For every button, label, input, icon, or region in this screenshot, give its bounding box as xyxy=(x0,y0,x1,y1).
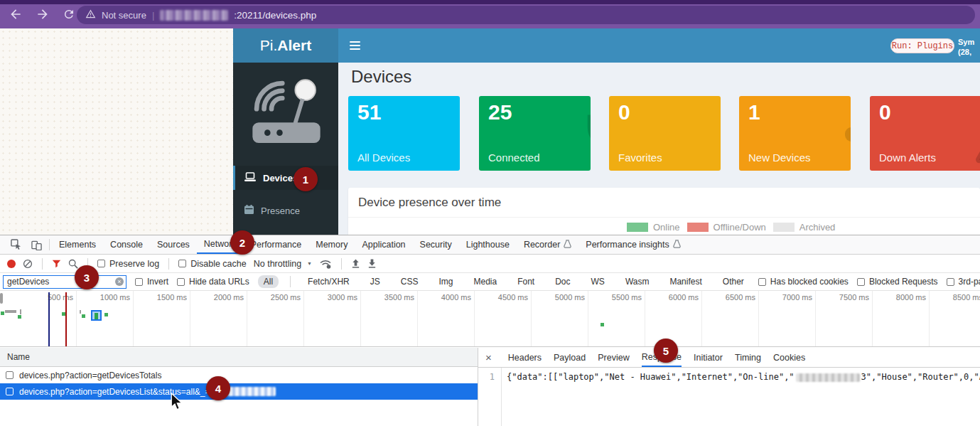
request-row-get-devices-totals[interactable]: devices.php?action=getDevicesTotals xyxy=(0,367,478,383)
checkbox[interactable] xyxy=(6,388,14,395)
tab-cookies[interactable]: Cookies xyxy=(773,348,805,367)
screenshot-root: Not secure | :20211/devices.php Pi.Alert… xyxy=(0,0,980,426)
filter-input[interactable] xyxy=(3,275,126,289)
checkbox[interactable] xyxy=(758,278,766,286)
network-overview-timeline[interactable]: 500 ms 1000 ms 1500 ms 2000 ms 2500 ms 3… xyxy=(0,291,980,347)
card-connected[interactable]: 25 Connected xyxy=(479,96,591,171)
chip-manifest[interactable]: Manifest xyxy=(664,275,707,288)
search-icon[interactable] xyxy=(68,259,78,269)
checkbox[interactable] xyxy=(6,371,14,379)
card-new-devices[interactable]: 1 New Devices xyxy=(739,96,851,171)
divider xyxy=(290,276,291,287)
filter-funnel-icon[interactable] xyxy=(52,259,61,268)
not-secure-label[interactable]: Not secure xyxy=(102,10,146,21)
checkbox[interactable] xyxy=(177,278,185,286)
checkbox[interactable] xyxy=(178,260,186,267)
request-row-get-devices-list[interactable]: devices.php?action=getDevicesList&status… xyxy=(0,383,478,400)
tab-preview[interactable]: Preview xyxy=(598,348,629,367)
chip-media[interactable]: Media xyxy=(468,275,502,288)
hide-data-urls-checkbox[interactable]: Hide data URLs xyxy=(177,277,249,287)
divider xyxy=(49,239,50,250)
request-dot xyxy=(82,314,85,318)
close-icon[interactable]: × xyxy=(485,348,496,367)
request-dot xyxy=(62,312,65,316)
card-value: 25 xyxy=(488,100,591,124)
divider xyxy=(42,258,43,270)
card-value: 0 xyxy=(879,100,980,124)
back-icon[interactable] xyxy=(9,7,23,24)
run-plugins-button[interactable]: Run: Plugins xyxy=(890,38,954,53)
chip-img[interactable]: Img xyxy=(433,275,458,288)
sidebar-item-devices[interactable]: Devices xyxy=(233,166,338,190)
forward-icon[interactable] xyxy=(36,7,50,24)
chip-js[interactable]: JS xyxy=(365,275,386,288)
tab-timing[interactable]: Timing xyxy=(735,348,761,367)
tab-lighthouse[interactable]: Lighthouse xyxy=(459,235,517,254)
tab-memory[interactable]: Memory xyxy=(308,235,355,254)
card-all-devices[interactable]: 51 All Devices xyxy=(348,96,460,171)
export-har-icon[interactable] xyxy=(367,258,377,269)
preserve-log-checkbox[interactable]: Preserve log xyxy=(97,259,159,269)
timeline-tick: 8000 ms xyxy=(873,291,930,346)
chip-ws[interactable]: WS xyxy=(586,275,610,288)
chip-doc[interactable]: Doc xyxy=(549,275,576,288)
chip-font[interactable]: Font xyxy=(512,275,540,288)
reload-icon[interactable] xyxy=(63,8,75,23)
invert-checkbox[interactable]: Invert xyxy=(135,277,168,287)
tab-payload[interactable]: Payload xyxy=(554,348,586,367)
inspect-element-icon[interactable] xyxy=(6,235,26,254)
sidebar-item-presence[interactable]: Presence xyxy=(233,198,338,223)
card-value: 1 xyxy=(748,100,851,124)
pialert-logo[interactable]: Pi.Alert xyxy=(233,28,338,63)
tab-recorder[interactable]: Recorder xyxy=(517,235,578,254)
checkbox[interactable] xyxy=(97,260,105,267)
third-party-requests-checkbox[interactable]: 3rd-party requests xyxy=(947,277,980,287)
checkbox[interactable] xyxy=(947,278,954,286)
checkbox[interactable] xyxy=(135,278,143,286)
network-toolbar: Preserve log Disable cache No throttling… xyxy=(0,255,980,273)
tab-headers[interactable]: Headers xyxy=(508,348,542,367)
timeline-tick: 5000 ms xyxy=(532,291,588,346)
chip-css[interactable]: CSS xyxy=(395,275,424,288)
timeline-tick: 4500 ms xyxy=(475,291,532,346)
url-port-path[interactable]: :20211/devices.php xyxy=(234,10,316,21)
divider xyxy=(168,258,169,270)
chip-all[interactable]: All xyxy=(258,275,279,288)
network-conditions-icon[interactable] xyxy=(319,258,332,269)
tab-console[interactable]: Console xyxy=(103,235,150,254)
chip-wasm[interactable]: Wasm xyxy=(620,275,655,288)
checkbox[interactable] xyxy=(857,278,865,286)
card-favorites[interactable]: 0 Favorites xyxy=(609,96,721,171)
has-blocked-cookies-checkbox[interactable]: Has blocked cookies xyxy=(758,277,849,287)
router-wifi-illustration xyxy=(243,70,330,159)
timeline-tick: 6000 ms xyxy=(645,291,702,346)
request-name-column-header[interactable]: Name xyxy=(0,348,478,367)
header-right-status: Sym (28, xyxy=(958,37,980,57)
import-har-icon[interactable] xyxy=(351,258,360,269)
blocked-requests-checkbox[interactable]: Blocked Requests xyxy=(857,277,938,287)
address-bar[interactable]: Not secure | :20211/devices.php xyxy=(77,6,975,24)
tab-sources[interactable]: Sources xyxy=(150,235,197,254)
hamburger-menu-icon[interactable] xyxy=(350,41,360,50)
record-button[interactable] xyxy=(7,260,16,268)
tab-initiator[interactable]: Initiator xyxy=(694,348,723,367)
card-down-alerts[interactable]: 0 Down Alerts xyxy=(870,96,980,171)
disable-cache-checkbox[interactable]: Disable cache xyxy=(178,259,247,269)
tab-elements[interactable]: Elements xyxy=(52,235,103,254)
chip-fetch-xhr[interactable]: Fetch/XHR xyxy=(302,275,355,288)
device-toolbar-icon[interactable] xyxy=(26,235,47,254)
clear-icon[interactable] xyxy=(23,259,33,269)
tab-application[interactable]: Application xyxy=(355,235,412,254)
clear-input-icon[interactable]: × xyxy=(115,277,124,286)
line-number-gutter: 1 xyxy=(478,368,502,426)
annotation-step-3: 3 xyxy=(75,265,99,289)
tab-security[interactable]: Security xyxy=(413,235,459,254)
tab-performance-insights[interactable]: Performance insights xyxy=(578,235,687,254)
throttling-dropdown[interactable]: No throttling ▼ xyxy=(254,259,312,269)
request-tick xyxy=(20,309,21,314)
annotation-step-4: 4 xyxy=(206,376,230,400)
chip-other[interactable]: Other xyxy=(717,275,750,288)
redacted-mac-address xyxy=(796,373,860,382)
response-json-content[interactable]: {"data":[["laptop","Net - Huawei","Inter… xyxy=(502,368,980,426)
address-separator: | xyxy=(152,10,154,21)
